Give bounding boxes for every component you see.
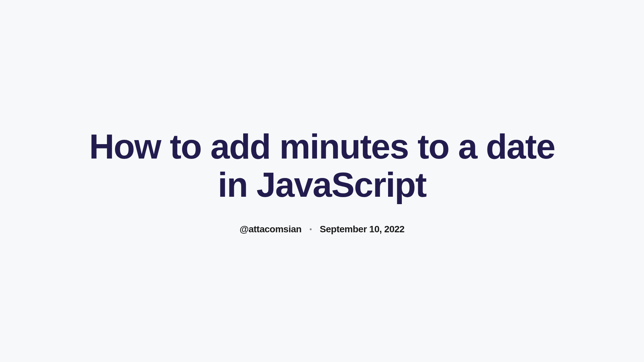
article-title: How to add minutes to a date in JavaScri… — [87, 127, 557, 204]
author-handle[interactable]: @attacomsian — [239, 224, 302, 235]
article-meta: @attacomsian • September 10, 2022 — [239, 224, 405, 235]
meta-separator: • — [310, 226, 312, 233]
article-header: How to add minutes to a date in JavaScri… — [87, 127, 557, 235]
publish-date: September 10, 2022 — [320, 224, 405, 235]
